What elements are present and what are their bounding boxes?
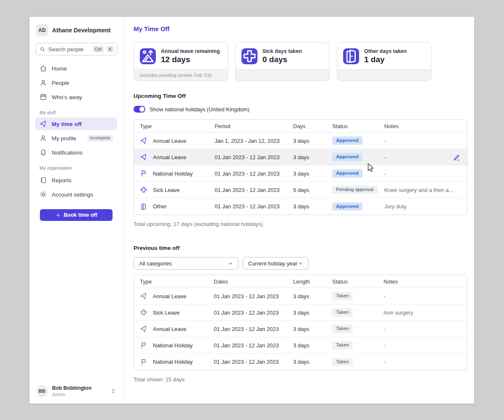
status-badge: Taken: [332, 325, 353, 333]
section-label-my-stuff: My stuff: [35, 110, 117, 115]
status-badge: Approved: [332, 153, 362, 161]
page-title: My Time Off: [134, 25, 467, 32]
notes-cell: -: [383, 326, 467, 332]
dates-cell: 01 Jan 2023 - 12 Jan 2023: [214, 342, 293, 349]
previous-table: Type Dates Length Status Notes Annual Le…: [134, 275, 467, 370]
days-cell: 5 days: [293, 187, 332, 193]
toggle-label: Show national holidays (United Kingdom): [150, 106, 249, 113]
flag-icon: [140, 358, 147, 366]
sidebar-item-label: Account settings: [52, 192, 93, 198]
flag-icon: [140, 341, 147, 349]
notes-cell: -: [383, 342, 467, 349]
sidebar-item-my-time-off[interactable]: My time off: [35, 118, 117, 130]
sidebar-item-label: Home: [52, 66, 67, 72]
card-sick-days: Sick days taken 0 days: [235, 42, 330, 81]
person-icon: [39, 134, 47, 142]
status-badge: Pending approval: [332, 186, 378, 194]
period-cell: Jan 1, 2023 - Jan 12, 2023: [215, 138, 293, 144]
user-menu[interactable]: BB Bob Bobbington Admin: [35, 385, 117, 397]
medical-cross-icon: [242, 48, 257, 64]
sidebar: AD Athane Development Ctrl K Home People…: [29, 17, 123, 404]
status-badge: Taken: [332, 308, 353, 317]
card-other-days: Other days taken 1 day: [337, 42, 431, 81]
table-row[interactable]: Sick Leave 01 Jan 2023 - 12 Jan 2023 3 d…: [134, 304, 467, 321]
category-filter-value: All categories: [139, 260, 172, 267]
sidebar-item-account-settings[interactable]: Account settings: [35, 187, 117, 202]
book-time-off-button[interactable]: Book time off: [40, 209, 113, 221]
chevron-down-icon: [228, 261, 233, 266]
category-filter-select[interactable]: All categories: [134, 257, 239, 270]
sidebar-item-label: My time off: [52, 121, 81, 127]
card-title: Sick days taken: [262, 48, 302, 54]
length-cell: 3 days: [293, 342, 332, 349]
sidebar-nav: Home People Who’s away My stuff My time …: [35, 61, 117, 202]
type-label: Annual Leave: [153, 326, 186, 332]
card-value: 12 days: [161, 55, 220, 64]
app-window: AD Athane Development Ctrl K Home People…: [29, 17, 474, 404]
holiday-year-select[interactable]: Current holiday year: [243, 257, 309, 270]
table-row[interactable]: National Holiday 01 Jan 2023 - 12 Jan 20…: [134, 165, 467, 182]
sidebar-item-notifications[interactable]: Notifications: [35, 145, 117, 160]
period-cell: 01 Jan 2023 - 12 Jan 2023: [215, 203, 293, 210]
national-holidays-toggle[interactable]: [134, 106, 145, 113]
sidebar-item-home[interactable]: Home: [35, 61, 117, 76]
sidebar-item-my-profile[interactable]: My profile Incomplete: [35, 131, 117, 145]
status-badge: Taken: [332, 292, 353, 300]
type-label: National Holiday: [153, 359, 193, 365]
table-row[interactable]: Annual Leave 01 Jan 2023 - 12 Jan 2023 3…: [134, 288, 467, 304]
card-value: 0 days: [262, 55, 302, 64]
table-row[interactable]: Sick Leave 01 Jan 2023 - 12 Jan 2023 5 d…: [134, 182, 467, 198]
chevron-down-icon: [298, 261, 303, 266]
sidebar-item-whos-away[interactable]: Who’s away: [35, 90, 117, 104]
upcoming-heading: Upcoming Time Off: [134, 93, 467, 99]
search-box[interactable]: Ctrl K: [35, 43, 117, 55]
column-header: Dates: [214, 278, 293, 285]
user-avatar: BB: [36, 385, 48, 397]
sidebar-item-label: Notifications: [52, 150, 83, 156]
main-content: My Time Off Annual leave remaining 12 da…: [123, 17, 474, 404]
notes-cell: Arm surgery: [383, 310, 467, 316]
plane-icon: [140, 153, 147, 161]
sidebar-item-label: Reports: [52, 177, 71, 184]
type-label: National Holiday: [153, 342, 193, 349]
table-row[interactable]: Annual Leave 01 Jan 2023 - 12 Jan 2023 3…: [134, 321, 467, 337]
length-cell: 3 days: [293, 293, 332, 299]
days-cell: 3 days: [293, 138, 332, 144]
type-label: Annual Leave: [153, 138, 186, 144]
column-header: Status: [332, 123, 384, 129]
sidebar-item-reports[interactable]: Reports: [35, 173, 117, 187]
notes-cell: Knee surgery and a then a...: [384, 187, 467, 193]
period-cell: 01 Jan 2023 - 12 Jan 2023: [215, 187, 293, 193]
org-switcher[interactable]: AD Athane Development: [35, 24, 117, 36]
holiday-year-value: Current holiday year: [248, 260, 297, 267]
status-badge: Approved: [332, 202, 362, 211]
vacation-icon: [140, 48, 156, 64]
column-header: Period: [215, 123, 293, 129]
user-name: Bob Bobbington: [52, 385, 92, 391]
search-icon: [39, 46, 45, 52]
card-value: 1 day: [364, 55, 407, 64]
card-title: Other days taken: [364, 48, 407, 54]
column-header: Type: [140, 278, 214, 285]
search-input[interactable]: [48, 46, 90, 52]
medical-cross-icon: [140, 186, 147, 194]
sidebar-item-people[interactable]: People: [35, 76, 117, 90]
status-badge: Taken: [332, 358, 353, 366]
status-badge: Approved: [332, 169, 362, 178]
home-icon: [39, 65, 47, 72]
table-row[interactable]: Annual Leave 01 Jan 2023 - 12 Jan 2023 3…: [134, 149, 467, 165]
card-footer-note: Includes pending (resets Feb ‘23): [134, 69, 228, 81]
period-cell: 01 Jan 2023 - 12 Jan 2023: [215, 171, 293, 177]
dates-cell: 01 Jan 2023 - 12 Jan 2023: [214, 310, 293, 316]
period-cell: 01 Jan 2023 - 12 Jan 2023: [215, 154, 293, 160]
pencil-icon[interactable]: [453, 153, 460, 161]
days-cell: 3 days: [293, 203, 332, 210]
status-badge: Approved: [332, 136, 362, 145]
table-row[interactable]: Annual Leave Jan 1, 2023 - Jan 12, 2023 …: [134, 133, 467, 149]
plane-icon: [39, 120, 47, 128]
table-row[interactable]: National Holiday 01 Jan 2023 - 12 Jan 20…: [134, 354, 467, 370]
plane-icon: [140, 137, 147, 144]
table-row[interactable]: Other 01 Jan 2023 - 12 Jan 2023 3 days A…: [134, 198, 467, 215]
type-label: Other: [153, 203, 167, 210]
table-row[interactable]: National Holiday 01 Jan 2023 - 12 Jan 20…: [134, 337, 467, 354]
